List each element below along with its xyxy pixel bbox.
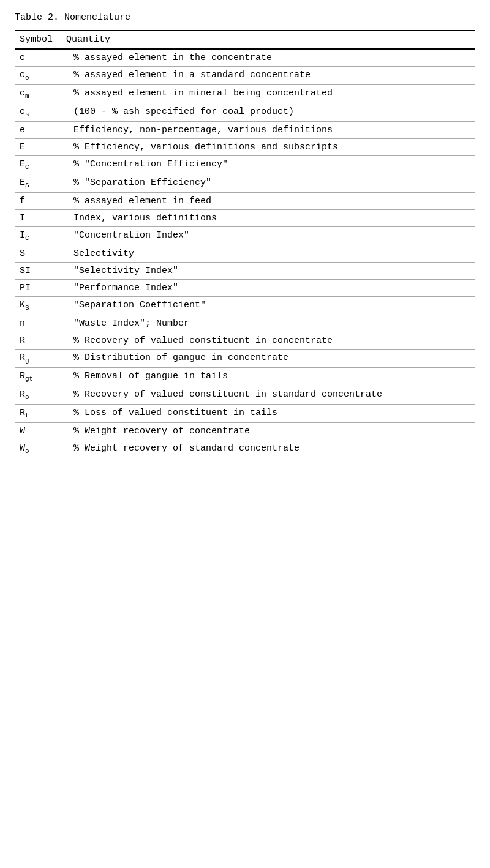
table-row: eEfficiency, non-percentage, various def… <box>15 122 475 139</box>
table-row: cs(100 - % ash specified for coal produc… <box>15 103 475 122</box>
quantity-cell: (100 - % ash specified for coal product) <box>64 103 475 122</box>
symbol-cell: SI <box>15 263 64 280</box>
symbol-column-header: Symbol <box>15 30 64 50</box>
symbol-cell: n <box>15 315 64 332</box>
table-row: cm% assayed element in mineral being con… <box>15 85 475 103</box>
quantity-cell: Selectivity <box>64 245 475 263</box>
symbol-cell: cm <box>15 85 64 103</box>
symbol-cell: E <box>15 139 64 156</box>
quantity-cell: % "Separation Efficiency" <box>64 174 475 193</box>
quantity-cell: % Weight recovery of concentrate <box>64 423 475 440</box>
symbol-cell: IC <box>15 227 64 245</box>
table-row: c% assayed element in the concentrate <box>15 49 475 67</box>
table-header-row: Symbol Quantity <box>15 30 475 50</box>
quantity-cell: % assayed element in mineral being conce… <box>64 85 475 103</box>
symbol-cell: cs <box>15 103 64 122</box>
quantity-cell: % Weight recovery of standard concentrat… <box>64 440 475 458</box>
table-row: IC"Concentration Index" <box>15 227 475 245</box>
quantity-cell: "Separation Coefficient" <box>64 297 475 315</box>
table-row: E% Efficiency, various definitions and s… <box>15 139 475 156</box>
symbol-cell: Ro <box>15 386 64 405</box>
quantity-cell: % Recovery of valued constituent in stan… <box>64 386 475 405</box>
symbol-cell: e <box>15 122 64 139</box>
symbol-cell: W <box>15 423 64 440</box>
table-row: Wo% Weight recovery of standard concentr… <box>15 440 475 458</box>
table-title: Table 2. Nomenclature <box>15 12 475 23</box>
symbol-cell: ES <box>15 174 64 193</box>
table-row: EC% "Concentration Efficiency" <box>15 156 475 174</box>
table-row: IIndex, various definitions <box>15 210 475 227</box>
symbol-cell: co <box>15 67 64 85</box>
nomenclature-table: Symbol Quantity c% assayed element in th… <box>15 29 475 458</box>
table-row: SSelectivity <box>15 245 475 263</box>
table-row: PI"Performance Index" <box>15 280 475 297</box>
table-row: Rg% Distribution of gangue in concentrat… <box>15 350 475 368</box>
quantity-cell: "Concentration Index" <box>64 227 475 245</box>
table-row: f% assayed element in feed <box>15 193 475 210</box>
quantity-cell: "Selectivity Index" <box>64 263 475 280</box>
quantity-cell: % assayed element in a standard concentr… <box>64 67 475 85</box>
symbol-cell: Rt <box>15 405 64 423</box>
table-row: KS"Separation Coefficient" <box>15 297 475 315</box>
quantity-cell: Efficiency, non-percentage, various defi… <box>64 122 475 139</box>
quantity-cell: % Removal of gangue in tails <box>64 368 475 386</box>
quantity-cell: % assayed element in the concentrate <box>64 49 475 67</box>
symbol-cell: Rgt <box>15 368 64 386</box>
quantity-cell: "Waste Index"; Number <box>64 315 475 332</box>
quantity-cell: % Loss of valued constituent in tails <box>64 405 475 423</box>
table-row: Rgt% Removal of gangue in tails <box>15 368 475 386</box>
table-row: co% assayed element in a standard concen… <box>15 67 475 85</box>
quantity-cell: Index, various definitions <box>64 210 475 227</box>
symbol-cell: I <box>15 210 64 227</box>
symbol-cell: PI <box>15 280 64 297</box>
quantity-cell: % Distribution of gangue in concentrate <box>64 350 475 368</box>
table-row: R% Recovery of valued constituent in con… <box>15 332 475 350</box>
quantity-cell: % assayed element in feed <box>64 193 475 210</box>
symbol-cell: f <box>15 193 64 210</box>
symbol-cell: Rg <box>15 350 64 368</box>
table-row: W% Weight recovery of concentrate <box>15 423 475 440</box>
quantity-cell: % Efficiency, various definitions and su… <box>64 139 475 156</box>
quantity-cell: % Recovery of valued constituent in conc… <box>64 332 475 350</box>
quantity-cell: % "Concentration Efficiency" <box>64 156 475 174</box>
quantity-cell: "Performance Index" <box>64 280 475 297</box>
symbol-cell: c <box>15 49 64 67</box>
table-row: n"Waste Index"; Number <box>15 315 475 332</box>
symbol-cell: S <box>15 245 64 263</box>
symbol-cell: R <box>15 332 64 350</box>
symbol-cell: EC <box>15 156 64 174</box>
table-row: ES% "Separation Efficiency" <box>15 174 475 193</box>
table-row: Ro% Recovery of valued constituent in st… <box>15 386 475 405</box>
table-row: SI"Selectivity Index" <box>15 263 475 280</box>
symbol-cell: Wo <box>15 440 64 458</box>
quantity-column-header: Quantity <box>64 30 475 50</box>
symbol-cell: KS <box>15 297 64 315</box>
table-row: Rt% Loss of valued constituent in tails <box>15 405 475 423</box>
